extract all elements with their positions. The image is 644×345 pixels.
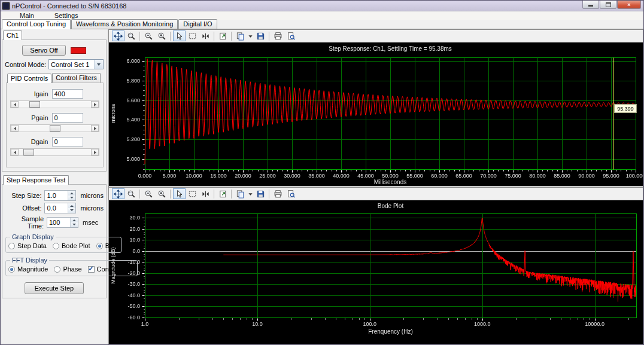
radio-icon[interactable]: [54, 266, 60, 273]
dgain-input[interactable]: [52, 137, 83, 146]
copy-dropdown-icon[interactable]: [247, 188, 254, 199]
offset-value[interactable]: [45, 203, 68, 213]
copy-icon[interactable]: [234, 30, 247, 41]
pointer-icon[interactable]: [173, 30, 186, 41]
slider-right-arrow-icon[interactable]: [91, 149, 99, 155]
fft-display-label: FFT Display: [10, 257, 49, 264]
pgain-slider-thumb[interactable]: [50, 125, 60, 132]
radio-both[interactable]: Both: [96, 242, 119, 249]
tab-control-filters[interactable]: Control Filters: [52, 73, 100, 83]
tab-waveforms-position-monitoring[interactable]: Waveforms & Position Monitoring: [71, 19, 178, 29]
sample-time-unit: msec: [78, 219, 98, 226]
step-response-chart[interactable]: [109, 42, 643, 186]
tab-control-loop-tuning[interactable]: Control Loop Tuning: [2, 19, 71, 29]
toolbar-separator: [214, 32, 214, 41]
radio-phase[interactable]: Phase: [54, 265, 81, 273]
tab-pid-controls[interactable]: PID Controls: [7, 74, 51, 83]
slider-left-arrow-icon[interactable]: [11, 101, 19, 108]
properties-icon[interactable]: [217, 30, 229, 41]
radio-icon[interactable]: [8, 266, 15, 273]
spin-up-icon[interactable]: [71, 218, 78, 222]
zoom-out-icon[interactable]: [142, 30, 155, 41]
chevron-down-icon[interactable]: [94, 60, 103, 69]
step-chart-toolbar: [109, 30, 643, 42]
minimize-button[interactable]: [582, 1, 599, 9]
print-preview-icon[interactable]: [285, 188, 297, 199]
marquee-select-icon[interactable]: [186, 188, 199, 199]
spin-up-icon[interactable]: [68, 203, 75, 208]
igain-slider-track[interactable]: [19, 101, 91, 108]
radio-magnitude[interactable]: Magnitude: [8, 265, 48, 273]
print-icon[interactable]: [272, 188, 284, 199]
print-preview-icon[interactable]: [285, 30, 297, 41]
toolbar-separator: [269, 190, 269, 199]
tab-digital-io[interactable]: Digital I/O: [178, 19, 217, 29]
title-bar[interactable]: nPControl - Connected to S/N 6830168 ×: [1, 1, 643, 11]
print-icon[interactable]: [272, 30, 284, 41]
menu-settings[interactable]: Settings: [52, 12, 81, 19]
zoom-window-icon[interactable]: [125, 188, 138, 199]
tab-step-response-test[interactable]: Step Response Test: [3, 175, 69, 185]
step-size-value[interactable]: [45, 191, 68, 200]
menu-main[interactable]: Main: [17, 12, 37, 19]
sample-time-value[interactable]: [47, 218, 70, 227]
pan-icon[interactable]: [112, 188, 124, 199]
control-filter-checkbox[interactable]: Control Filter: [88, 265, 135, 273]
spin-down-icon[interactable]: [68, 208, 75, 213]
slider-right-arrow-icon[interactable]: [91, 125, 99, 132]
zoom-window-icon[interactable]: [125, 30, 138, 41]
pid-controls-panel: Igain Pgain: [6, 83, 104, 167]
slider-left-arrow-icon[interactable]: [11, 149, 19, 155]
slider-left-arrow-icon[interactable]: [11, 125, 19, 132]
radio-step-data[interactable]: Step Data: [8, 242, 47, 249]
radio-icon[interactable]: [8, 243, 15, 249]
offset-input[interactable]: [44, 203, 76, 213]
dgain-slider[interactable]: [10, 148, 99, 156]
zoom-out-icon[interactable]: [142, 188, 155, 199]
copy-icon[interactable]: [234, 188, 247, 199]
pgain-slider[interactable]: [10, 124, 99, 132]
marquee-select-icon[interactable]: [186, 30, 199, 41]
bode-chart-panel: [108, 187, 643, 344]
pan-icon[interactable]: [112, 30, 124, 41]
close-button[interactable]: ×: [617, 1, 641, 9]
spin-up-icon[interactable]: [68, 191, 75, 196]
copy-dropdown-icon[interactable]: [247, 30, 254, 41]
servo-off-button[interactable]: Servo Off: [22, 45, 65, 56]
cursor-step-icon[interactable]: [199, 30, 212, 41]
cursor-step-icon[interactable]: [199, 188, 212, 199]
sample-time-input[interactable]: [47, 217, 78, 228]
spin-down-icon[interactable]: [71, 222, 78, 227]
checkbox-icon[interactable]: [88, 266, 95, 273]
bode-plot-chart[interactable]: [109, 200, 643, 344]
save-icon[interactable]: [254, 188, 267, 199]
radio-icon[interactable]: [96, 243, 103, 249]
main-tab-strip: Control Loop Tuning Waveforms & Position…: [1, 20, 643, 29]
pointer-icon[interactable]: [173, 188, 186, 199]
channel-tab-ch1[interactable]: Ch1: [3, 30, 22, 40]
igain-slider[interactable]: [10, 100, 99, 108]
maximize-button[interactable]: [600, 1, 616, 9]
pgain-slider-track[interactable]: [19, 125, 91, 132]
dgain-slider-track[interactable]: [19, 149, 91, 155]
execute-step-button[interactable]: Execute Step: [25, 282, 84, 294]
igain-slider-thumb[interactable]: [29, 101, 40, 108]
radio-both-label: Both: [105, 242, 119, 249]
zoom-in-icon[interactable]: [156, 30, 168, 41]
pgain-input[interactable]: [52, 113, 83, 123]
dgain-slider-thumb[interactable]: [23, 149, 34, 155]
radio-bode-plot[interactable]: Bode Plot: [53, 242, 90, 249]
app-icon: [2, 2, 10, 10]
control-mode-label: Control Mode:: [5, 61, 46, 68]
zoom-in-icon[interactable]: [156, 188, 168, 199]
step-size-input[interactable]: [44, 190, 76, 201]
radio-icon[interactable]: [53, 243, 59, 249]
spin-down-icon[interactable]: [68, 196, 75, 200]
igain-input[interactable]: [52, 89, 83, 99]
slider-right-arrow-icon[interactable]: [91, 101, 99, 108]
control-mode-select[interactable]: Control Set 1: [48, 59, 104, 69]
toolbar-separator: [231, 32, 232, 41]
properties-icon[interactable]: [217, 188, 229, 199]
fft-display-group: FFT Display Magnitude Phase Control Filt…: [5, 257, 138, 276]
save-icon[interactable]: [254, 30, 267, 41]
